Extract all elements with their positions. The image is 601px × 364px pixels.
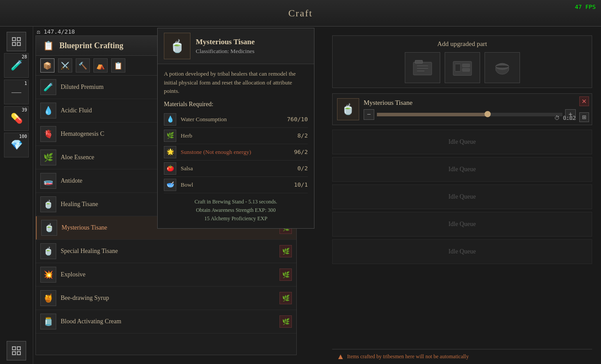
weight-icon: ⚖️ — [37, 28, 40, 35]
material-icon: 🌿 — [164, 130, 176, 142]
queue-slot-4[interactable]: Idle Queue — [332, 212, 592, 237]
sidebar-slot-2[interactable]: 1 — — [4, 80, 29, 104]
timer-icon: ⏱ — [554, 115, 560, 121]
recipe-badge: 🌿 — [279, 268, 292, 281]
recipe-badge: 🌿 — [279, 245, 292, 257]
craft-target-controls: − + 1 — [364, 109, 587, 120]
upgraded-label: Add upgraded part — [337, 40, 587, 48]
material-row: 🌿 Herb 8/2 — [164, 128, 308, 144]
svg-rect-2 — [12, 42, 16, 46]
svg-rect-5 — [17, 347, 20, 350]
svg-rect-6 — [12, 352, 16, 355]
recipe-item-explosive[interactable]: 💥 Explosive 🌿 — [36, 263, 296, 287]
recipe-badge: 🌿 — [279, 315, 292, 328]
stats-value: 147.4/218 — [44, 28, 75, 35]
queue-slot-label: Idle Queue — [449, 193, 476, 200]
material-row: 💧 Water Consumption 760/10 — [164, 111, 308, 128]
tooltip-body: A potion developed by tribal healers tha… — [158, 64, 314, 228]
queue-slot-5[interactable]: Idle Queue — [332, 239, 592, 264]
inventory-expand-bottom[interactable] — [7, 341, 26, 360]
upgrade-part-2[interactable] — [445, 52, 480, 83]
slot-count-2: 1 — [24, 81, 27, 86]
tooltip-classification: Classification: Medicines — [196, 48, 255, 55]
recipe-icon: 🍵 — [40, 196, 56, 212]
recipe-name: Blood Activating Cream — [61, 318, 275, 325]
recipe-name: Bee-drawing Syrup — [61, 295, 275, 302]
tooltip-item-icon: 🍵 — [164, 33, 190, 59]
material-name: Bowl — [181, 181, 290, 188]
warning-text: Items crafted by tribesmen here will not… — [347, 353, 469, 360]
filter-camp[interactable]: ⛺ — [93, 58, 108, 73]
warning-arrow-icon: ▲ — [337, 352, 345, 361]
queue-slot-3[interactable]: Idle Queue — [332, 184, 592, 209]
tooltip-popup: 🍵 Mysterious Tisane Classification: Medi… — [157, 28, 314, 229]
material-name: Sunstone (Not enough energy) — [181, 149, 290, 156]
upgrade-part-1[interactable] — [405, 52, 440, 83]
queue-slot-label: Idle Queue — [449, 166, 476, 173]
queue-list: Idle QueueIdle QueueIdle QueueIdle Queue… — [332, 130, 592, 264]
material-row: 🌟 Sunstone (Not enough energy) 96/2 — [164, 144, 308, 161]
material-icon: 💧 — [164, 113, 176, 126]
material-qty: 10/1 — [294, 181, 308, 188]
recipe-name: Explosive — [61, 271, 275, 278]
craft-target-icon: 🍵 — [337, 98, 359, 120]
recipe-item-bee-drawing[interactable]: 🍯 Bee-drawing Syrup 🌿 — [36, 287, 296, 310]
sidebar-slot-3[interactable]: 39 💊 — [4, 106, 29, 131]
qty-slider[interactable] — [377, 113, 562, 116]
filter-weapons[interactable]: ⚔️ — [58, 58, 72, 73]
upgrade-part-3[interactable] — [485, 52, 520, 83]
timer-value: 0:02 — [563, 115, 576, 121]
material-icon: 🍅 — [164, 162, 176, 175]
material-qty: 760/10 — [287, 116, 308, 123]
tooltip-header: 🍵 Mysterious Tisane Classification: Medi… — [158, 28, 314, 64]
svg-rect-3 — [17, 42, 20, 46]
svg-rect-14 — [455, 64, 461, 72]
recipe-item-special-healing[interactable]: 🍵 Special Healing Tisane 🌿 — [36, 240, 296, 263]
left-sidebar: 28 🧪 1 — 39 💊 100 💎 — [0, 27, 33, 364]
queue-slot-2[interactable]: Idle Queue — [332, 157, 592, 182]
craft-target: 🍵 Mysterious Tisane − + 1 ✕ ⏱ 0:02 ⊞ — [332, 93, 592, 125]
bottom-warning: ▲ Items crafted by tribesmen here will n… — [332, 349, 592, 364]
svg-rect-0 — [12, 38, 16, 41]
svg-rect-1 — [17, 38, 20, 41]
svg-rect-15 — [462, 64, 470, 67]
queue-slot-label: Idle Queue — [449, 138, 476, 146]
recipe-icon: 🫙 — [40, 314, 56, 330]
materials-header: Materials Required: — [164, 101, 308, 108]
recipe-icon: 🧪 — [40, 79, 56, 95]
material-icon: 🌟 — [164, 146, 176, 158]
qty-decrease[interactable]: − — [364, 109, 374, 120]
recipe-item-blood-activating[interactable]: 🫙 Blood Activating Cream 🌿 — [36, 310, 296, 333]
tooltip-description: A potion developed by tribal healers tha… — [164, 69, 308, 96]
filter-misc[interactable]: 📋 — [111, 58, 125, 73]
craft-close-button[interactable]: ✕ — [579, 96, 589, 106]
material-row: 🍅 Salsa 0/2 — [164, 161, 308, 177]
material-qty: 8/2 — [298, 132, 308, 139]
queue-slot-1[interactable]: Idle Queue — [332, 130, 592, 154]
svg-rect-16 — [462, 69, 470, 72]
svg-rect-4 — [12, 347, 16, 350]
material-row: 🥣 Bowl 10/1 — [164, 177, 308, 193]
craft-expand-button[interactable]: ⊞ — [579, 112, 589, 122]
sidebar-slot-1[interactable]: 28 🧪 — [4, 53, 29, 78]
material-qty: 0/2 — [298, 165, 308, 172]
recipe-icon: 💧 — [40, 103, 56, 119]
right-panel: Add upgraded part — [332, 35, 592, 355]
recipe-icon: 🧫 — [40, 173, 56, 189]
filter-all[interactable]: 📦 — [40, 58, 54, 73]
queue-slot-label: Idle Queue — [449, 221, 476, 228]
sidebar-slot-4[interactable]: 100 💎 — [4, 133, 29, 157]
recipe-icon: 🍵 — [40, 243, 56, 259]
upgraded-parts — [337, 52, 587, 83]
craft-target-name: Mysterious Tisane — [364, 99, 587, 107]
craft-target-info: Mysterious Tisane − + 1 — [364, 99, 587, 120]
slot-count-3: 39 — [22, 107, 27, 112]
inventory-expand-top[interactable] — [7, 32, 26, 51]
blueprint-icon: 📋 — [43, 40, 54, 51]
recipe-icon: 🌿 — [40, 149, 56, 165]
slot-count-4: 100 — [19, 134, 27, 139]
material-qty: 96/2 — [294, 149, 308, 155]
material-icon: 🥣 — [164, 179, 176, 191]
tooltip-item-name: Mysterious Tisane — [196, 38, 255, 46]
filter-tools[interactable]: 🔨 — [76, 58, 90, 73]
